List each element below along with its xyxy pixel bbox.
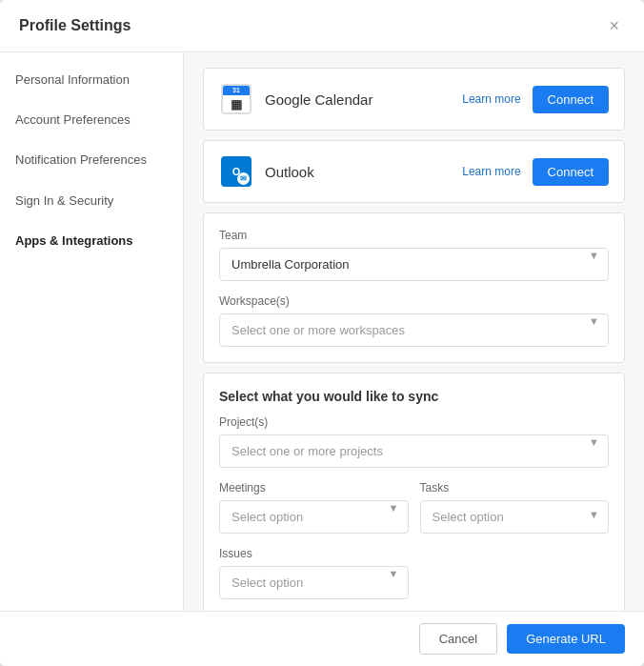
issues-label: Issues [219, 547, 409, 560]
sidebar-item-personal-information[interactable]: Personal Information [0, 60, 183, 100]
sidebar-item-notification-preferences[interactable]: Notification Preferences [0, 140, 183, 180]
meetings-tasks-row: Meetings Select option ▼ Tasks Select op… [219, 481, 609, 547]
team-workspace-section: Team Umbrella Corporation ▼ Workspace(s)… [203, 212, 625, 363]
projects-select[interactable]: Select one or more projects [219, 434, 609, 468]
projects-field-wrapper: Project(s) Select one or more projects ▼ [219, 415, 609, 468]
sync-section: Select what you would like to sync Proje… [203, 373, 625, 611]
tasks-select[interactable]: Select option [420, 500, 610, 534]
outlook-name: Outlook [265, 164, 462, 180]
modal-footer: Cancel Generate URL [0, 611, 644, 666]
issues-select[interactable]: Select option [219, 566, 409, 599]
workspaces-select[interactable]: Select one or more workspaces [219, 313, 609, 347]
workspaces-label: Workspace(s) [219, 294, 609, 308]
close-button[interactable]: × [603, 15, 625, 36]
workspaces-field-wrapper: Workspace(s) Select one or more workspac… [219, 294, 609, 347]
sidebar-item-sign-in-security[interactable]: Sign In & Security [0, 181, 183, 221]
meetings-field-wrapper: Meetings Select option ▼ [219, 481, 409, 534]
tasks-label: Tasks [420, 481, 610, 494]
modal-body: Personal Information Account Preferences… [0, 52, 644, 611]
sidebar-item-account-preferences[interactable]: Account Preferences [0, 100, 183, 140]
google-calendar-card: 31 ▦ Google Calendar Learn more Connect [203, 68, 625, 131]
modal-title: Profile Settings [19, 17, 131, 34]
main-content: 31 ▦ Google Calendar Learn more Connect … [184, 52, 644, 611]
projects-label: Project(s) [219, 415, 609, 429]
tasks-field-wrapper: Tasks Select option ▼ [420, 481, 610, 547]
outlook-learn-more[interactable]: Learn more [462, 165, 520, 178]
sidebar: Personal Information Account Preferences… [0, 52, 184, 611]
meetings-select[interactable]: Select option [219, 500, 409, 534]
team-label: Team [219, 229, 609, 242]
outlook-icon: O ✉ [219, 154, 253, 189]
google-calendar-name: Google Calendar [265, 91, 462, 108]
outlook-connect-button[interactable]: Connect [533, 158, 609, 186]
google-calendar-connect-button[interactable]: Connect [533, 86, 609, 113]
cancel-button[interactable]: Cancel [419, 623, 497, 655]
sidebar-item-apps-integrations[interactable]: Apps & Integrations [0, 221, 183, 261]
generate-url-button[interactable]: Generate URL [507, 624, 625, 654]
profile-settings-modal: Profile Settings × Personal Information … [0, 0, 644, 666]
team-select[interactable]: Umbrella Corporation [219, 248, 609, 281]
outlook-card: O ✉ Outlook Learn more Connect [203, 140, 625, 203]
google-calendar-learn-more[interactable]: Learn more [462, 92, 520, 106]
meetings-label: Meetings [219, 481, 409, 494]
google-calendar-icon: 31 ▦ [219, 82, 253, 116]
sync-section-title: Select what you would like to sync [219, 389, 609, 404]
issues-field-wrapper: Issues Select option ▼ [219, 547, 409, 599]
team-field-wrapper: Team Umbrella Corporation ▼ [219, 229, 609, 281]
modal-header: Profile Settings × [0, 0, 644, 52]
